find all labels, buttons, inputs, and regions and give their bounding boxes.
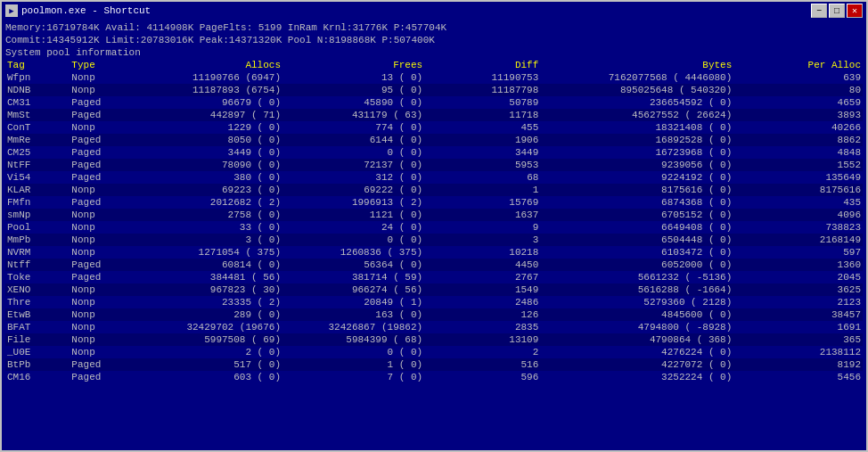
table-row: PoolNonp33 ( 0)24 ( 0)96649408 ( 0)73882… [5,221,863,234]
table-row: MmStPaged442897 ( 71)431179 ( 63)1171845… [5,109,863,121]
info-line-1: Memory:16719784K Avail: 4114908K PageFlt… [5,21,863,34]
info-line-3: System pool information [5,46,863,59]
table-row: TokePaged384481 ( 56)381714 ( 59)2767566… [5,271,863,284]
table-row: BtPbPaged517 ( 0)1 ( 0)5164227072 ( 0)81… [5,358,863,371]
table-row: NtFFPaged78090 ( 0)72137 ( 0)59539239056… [5,159,863,171]
table-row: smNpNonp2758 ( 0)1121 ( 0)16376705152 ( … [5,209,863,221]
minimize-button[interactable]: − [811,4,827,18]
table-row: FileNonp5997508 ( 69)5984399 ( 68)131094… [5,333,863,346]
main-content: Memory:16719784K Avail: 4114908K PageFlt… [0,20,868,452]
table-row: CM31Paged96679 ( 0)45890 ( 0)50789236654… [5,96,863,109]
col-header-bytes: Bytes [540,59,733,71]
table-row: Vi54Paged380 ( 0)312 ( 0)689224192 ( 0)1… [5,171,863,184]
col-header-frees: Frees [283,59,424,71]
table-row: KLARNonp69223 ( 0)69222 ( 0)18175616 ( 0… [5,184,863,196]
table-row: MmPbNonp3 ( 0)0 ( 0)36504448 ( 0)2168149 [5,234,863,246]
col-header-type: Type [70,59,127,71]
window-title: poolmon.exe - Shortcut [21,5,151,16]
table-row: CM25Paged3449 ( 0)0 ( 0)344916723968 ( 0… [5,146,863,159]
table-row: XENONonp967823 ( 30)966274 ( 56)15495616… [5,284,863,296]
table-row: FMfnPaged2012682 ( 2)1996913 ( 2)1576968… [5,196,863,209]
maximize-button[interactable]: □ [829,4,845,18]
table-row: ThreNonp23335 ( 2)20849 ( 1)24865279360 … [5,296,863,308]
table-row: NtffPaged60814 ( 0)56364 ( 0)44506052000… [5,259,863,271]
col-header-allocs: Allocs [127,59,283,71]
table-row: _U0ENonp2 ( 0)0 ( 0)24276224 ( 0)2138112 [5,346,863,358]
close-button[interactable]: ✕ [847,4,863,18]
info-line-2: Commit:14345912K Limit:20783016K Peak:14… [5,34,863,46]
title-bar: ▶ poolmon.exe - Shortcut − □ ✕ [0,0,868,20]
table-row: BFATNonp32429702 (19676)32426867 (19862)… [5,321,863,333]
table-row: CM16Paged603 ( 0)7 ( 0)5963252224 ( 0)54… [5,371,863,383]
table-row: ConTNonp1229 ( 0)774 ( 0)45518321408 ( 0… [5,121,863,134]
col-header-tag: Tag [5,59,70,71]
table-row: MmRePaged8050 ( 0)6144 ( 0)190616892528 … [5,134,863,146]
table-row: WfpnNonp11190766 (6947)13 ( 0)1119075371… [5,71,863,84]
table-row: EtwBNonp289 ( 0)163 ( 0)1264845600 ( 0)3… [5,308,863,321]
table-row: NDNBNonp11187893 (6754)95 ( 0)1118779889… [5,84,863,96]
table-row: NVRMNonp1271054 ( 375)1260836 ( 375)1021… [5,246,863,259]
col-header-diff: Diff [424,59,540,71]
app-icon: ▶ [5,4,18,17]
col-header-peralloc: Per Alloc [733,59,863,71]
